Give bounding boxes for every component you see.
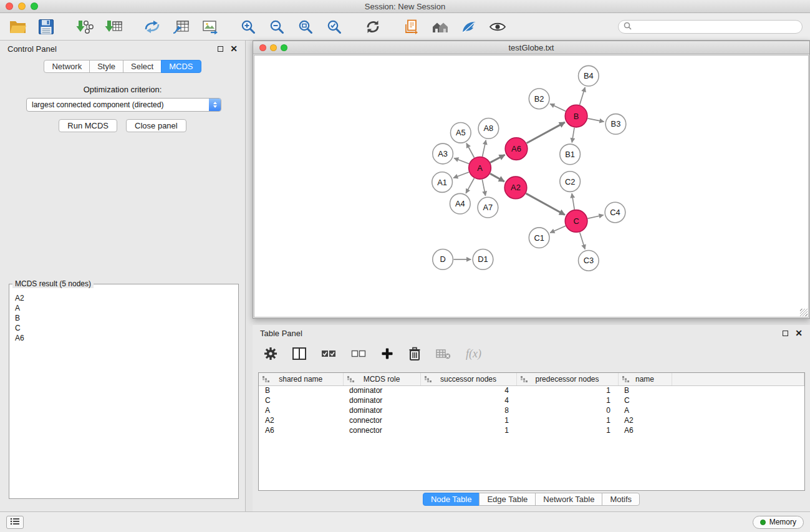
mcds-result-list[interactable]: A2ABCA6 bbox=[10, 285, 238, 498]
table-import-url-icon[interactable] bbox=[171, 17, 191, 37]
graph-node-A1[interactable]: A1 bbox=[432, 172, 453, 193]
float-table-panel-icon[interactable] bbox=[783, 331, 788, 336]
zoom-out-icon[interactable] bbox=[267, 17, 287, 37]
graph-node-B[interactable]: B bbox=[565, 105, 587, 127]
edge-C-C1[interactable] bbox=[550, 226, 566, 233]
zoom-window-button[interactable] bbox=[31, 2, 38, 10]
edge-A-A6[interactable] bbox=[490, 155, 504, 162]
graph-node-C3[interactable]: C3 bbox=[579, 251, 599, 271]
gear-icon[interactable] bbox=[264, 347, 277, 360]
close-window-button[interactable] bbox=[6, 2, 13, 10]
table-cell[interactable]: 1 bbox=[516, 415, 618, 425]
table-cell[interactable]: 8 bbox=[420, 405, 516, 415]
edge-A-A4[interactable] bbox=[466, 178, 474, 193]
search-box[interactable] bbox=[618, 20, 803, 34]
tab-network[interactable]: Network bbox=[44, 60, 90, 73]
search-input[interactable] bbox=[635, 22, 797, 31]
edge-C-C3[interactable] bbox=[580, 232, 585, 249]
edge-A-A3[interactable] bbox=[454, 158, 469, 163]
edge-A-A8[interactable] bbox=[483, 140, 486, 157]
edge-C-C4[interactable] bbox=[587, 215, 603, 219]
column-header-successor-nodes[interactable]: successor nodes bbox=[420, 373, 516, 385]
table-row[interactable]: Adominator80A bbox=[259, 405, 804, 415]
image-export-icon[interactable] bbox=[200, 17, 219, 37]
table-cell[interactable]: dominator bbox=[343, 405, 420, 415]
graph-node-C2[interactable]: C2 bbox=[560, 172, 581, 192]
tab-motifs[interactable]: Motifs bbox=[602, 493, 640, 506]
graph-node-A8[interactable]: A8 bbox=[478, 118, 499, 139]
column-header-name[interactable]: name bbox=[618, 373, 672, 385]
edge-A-A5[interactable] bbox=[466, 143, 474, 158]
edge-B-B1[interactable] bbox=[572, 128, 574, 143]
columns-icon[interactable] bbox=[292, 347, 306, 360]
edge-B-B3[interactable] bbox=[587, 118, 604, 122]
float-panel-icon[interactable] bbox=[218, 46, 223, 52]
table-cell[interactable]: A2 bbox=[618, 415, 672, 425]
node-table[interactable]: shared nameMCDS rolesuccessor nodesprede… bbox=[258, 372, 805, 491]
table-cell[interactable]: C bbox=[618, 395, 672, 405]
tab-node-table[interactable]: Node Table bbox=[423, 493, 480, 506]
network-minimize-button[interactable] bbox=[270, 44, 277, 51]
clear-table-icon[interactable] bbox=[436, 348, 451, 359]
optimization-criterion-select[interactable]: largest connected component (directed) bbox=[26, 98, 221, 112]
table-row[interactable]: A2connector11A2 bbox=[259, 415, 804, 425]
zoom-fit-icon[interactable] bbox=[296, 17, 316, 37]
mcds-result-item[interactable]: A2 bbox=[15, 293, 233, 303]
table-cell[interactable]: A6 bbox=[259, 425, 343, 435]
folder-open-icon[interactable] bbox=[7, 17, 27, 37]
close-panel-icon[interactable]: ✕ bbox=[230, 46, 238, 52]
graph-node-C[interactable]: C bbox=[565, 210, 587, 233]
edge-A-A2[interactable] bbox=[490, 173, 504, 181]
import-network-icon[interactable] bbox=[75, 17, 95, 37]
table-cell[interactable]: dominator bbox=[343, 395, 420, 405]
table-cell[interactable]: 1 bbox=[420, 425, 516, 435]
close-table-panel-icon[interactable]: ✕ bbox=[795, 330, 803, 336]
edge-C-C2[interactable] bbox=[572, 193, 574, 210]
table-cell[interactable]: 4 bbox=[420, 385, 516, 395]
edge-A2-C[interactable] bbox=[526, 193, 564, 215]
graph-node-A7[interactable]: A7 bbox=[478, 197, 498, 218]
graph-node-B3[interactable]: B3 bbox=[605, 114, 626, 135]
tab-mcds[interactable]: MCDS bbox=[161, 60, 201, 73]
table-cell[interactable]: 4 bbox=[420, 395, 516, 405]
table-cell[interactable]: dominator bbox=[343, 385, 420, 395]
refresh-icon[interactable] bbox=[363, 17, 383, 37]
table-cell[interactable]: A bbox=[618, 405, 672, 415]
column-header-shared-name[interactable]: shared name bbox=[259, 373, 343, 385]
network-share-icon[interactable] bbox=[142, 17, 162, 37]
edge-B-B4[interactable] bbox=[580, 87, 586, 105]
table-cell[interactable]: 0 bbox=[516, 405, 618, 415]
graph-node-C4[interactable]: C4 bbox=[605, 202, 625, 223]
table-cell[interactable]: connector bbox=[343, 415, 420, 425]
graph-node-A3[interactable]: A3 bbox=[433, 143, 453, 164]
mcds-result-item[interactable]: C bbox=[15, 323, 233, 333]
home-icon[interactable] bbox=[430, 17, 450, 37]
table-cell[interactable]: 1 bbox=[420, 415, 516, 425]
eye-icon[interactable] bbox=[488, 17, 508, 37]
deselect-all-icon[interactable] bbox=[351, 349, 366, 358]
select-all-icon[interactable] bbox=[321, 349, 336, 358]
column-header-mcds-role[interactable]: MCDS role bbox=[343, 373, 420, 385]
network-zoom-button[interactable] bbox=[281, 44, 287, 51]
table-row[interactable]: Bdominator41B bbox=[259, 385, 804, 395]
resize-handle[interactable] bbox=[800, 309, 808, 316]
graph-node-D[interactable]: D bbox=[433, 249, 453, 270]
delete-row-icon[interactable] bbox=[408, 347, 421, 360]
graph-node-A[interactable]: A bbox=[469, 157, 491, 179]
zoom-selected-icon[interactable] bbox=[324, 17, 344, 37]
graph-node-C1[interactable]: C1 bbox=[529, 228, 549, 248]
table-cell[interactable]: B bbox=[618, 385, 672, 395]
graph-node-B4[interactable]: B4 bbox=[579, 65, 599, 86]
edge-B-B2[interactable] bbox=[550, 104, 566, 111]
graph-node-D1[interactable]: D1 bbox=[473, 249, 493, 270]
add-row-icon[interactable] bbox=[381, 347, 393, 360]
mcds-result-item[interactable]: A bbox=[15, 303, 233, 313]
import-table-icon[interactable] bbox=[104, 17, 123, 37]
column-header-predecessor-nodes[interactable]: predecessor nodes bbox=[516, 373, 618, 385]
table-cell[interactable]: C bbox=[259, 395, 343, 405]
edge-A-A1[interactable] bbox=[453, 172, 469, 178]
graph-node-A2[interactable]: A2 bbox=[504, 177, 527, 199]
graph-node-A5[interactable]: A5 bbox=[450, 122, 471, 143]
tab-select[interactable]: Select bbox=[123, 60, 162, 73]
table-cell[interactable]: A2 bbox=[259, 415, 343, 425]
